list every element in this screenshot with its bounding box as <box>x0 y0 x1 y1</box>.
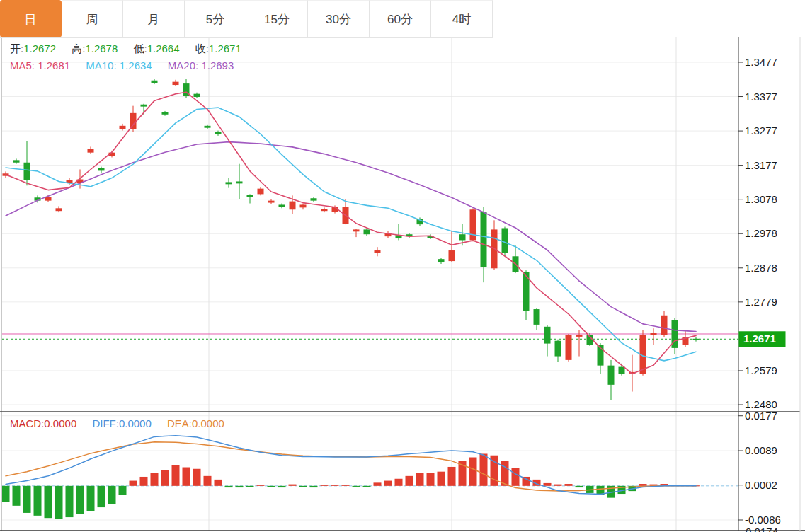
macd-readout: MACD:0.0000 DIFF:0.0000 DEA:0.0000 <box>10 417 237 429</box>
diff-label: DIFF: <box>92 417 119 429</box>
svg-text:1.3177: 1.3177 <box>745 159 777 171</box>
low-value: 1.2664 <box>147 42 180 54</box>
svg-text:1.3277: 1.3277 <box>745 125 777 137</box>
high-value: 1.2678 <box>85 42 118 54</box>
open-label: 开: <box>10 42 23 54</box>
ohlc-readout: 开:1.2672 高:1.2678 低:1.2664 收:1.2671 <box>10 42 254 56</box>
svg-text:1.3477: 1.3477 <box>745 56 777 68</box>
svg-text:-0.0086: -0.0086 <box>745 514 781 526</box>
close-label: 收: <box>195 42 209 54</box>
tab-60min[interactable]: 60分 <box>370 0 431 37</box>
ma20-label: MA20: <box>168 59 198 71</box>
open-value: 1.2672 <box>23 42 56 54</box>
high-label: 高: <box>72 42 85 54</box>
timeframe-tabbar: 日 周 月 5分 15分 30分 60分 4时 <box>0 0 493 38</box>
kline-macd-chart[interactable]: 1.34771.33771.32771.31771.30781.29781.28… <box>0 0 805 532</box>
chart-window: 1.34771.33771.32771.31771.30781.29781.28… <box>0 0 805 532</box>
ma10-label: MA10: <box>86 59 116 71</box>
svg-text:1.2671: 1.2671 <box>743 332 776 345</box>
diff-value: 0.0000 <box>119 417 152 429</box>
ma20-value: 1.2693 <box>201 59 234 71</box>
tab-15min[interactable]: 15分 <box>246 0 308 37</box>
svg-text:1.2779: 1.2779 <box>745 296 777 308</box>
ma5-value: 1.2681 <box>38 59 70 71</box>
tab-month[interactable]: 月 <box>123 0 185 37</box>
tab-week[interactable]: 周 <box>62 0 123 37</box>
svg-text:1.2878: 1.2878 <box>745 262 777 274</box>
macd-label: MACD: <box>10 417 44 429</box>
macd-value: 0.0000 <box>44 417 76 429</box>
ma-readout: MA5: 1.2681 MA10: 1.2634 MA20: 1.2693 <box>10 59 246 71</box>
close-value: 1.2671 <box>209 42 241 54</box>
svg-text:1.2579: 1.2579 <box>745 364 777 376</box>
current-price-tag: 1.2671 <box>739 331 786 347</box>
svg-text:1.3377: 1.3377 <box>745 91 777 103</box>
svg-text:0.0089: 0.0089 <box>745 444 777 456</box>
dea-value: 0.0000 <box>192 417 224 429</box>
svg-text:1.2978: 1.2978 <box>745 227 777 239</box>
svg-text:1.3078: 1.3078 <box>745 193 777 205</box>
low-label: 低: <box>133 42 147 54</box>
tab-30min[interactable]: 30分 <box>308 0 370 37</box>
tab-4hour[interactable]: 4时 <box>431 0 493 37</box>
svg-text:0.0002: 0.0002 <box>745 479 777 491</box>
ma10-value: 1.2634 <box>120 59 152 71</box>
dea-label: DEA: <box>167 417 192 429</box>
tab-5min[interactable]: 5分 <box>185 0 246 37</box>
ma5-label: MA5: <box>10 59 35 71</box>
svg-text:1.2480: 1.2480 <box>745 398 777 410</box>
tab-day[interactable]: 日 <box>0 0 62 37</box>
